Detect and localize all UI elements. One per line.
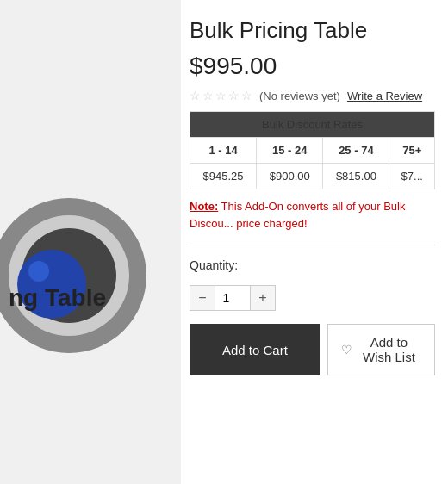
- price-1: $945.25: [190, 164, 257, 189]
- page-wrapper: ng Table Bulk Pricing Table $995.00 ☆ ☆ …: [0, 0, 448, 484]
- divider: [190, 245, 435, 245]
- star-4: ☆: [228, 89, 240, 102]
- action-buttons: Add to Cart ♡ Add to Wish List: [190, 324, 435, 375]
- note-body: This Add-On converts all of your Bulk Di…: [190, 200, 405, 230]
- range-2: 15 - 24: [257, 138, 323, 164]
- star-2: ☆: [202, 89, 214, 102]
- price-3: $815.00: [323, 164, 389, 189]
- reviews-count-text: (No reviews yet): [259, 90, 340, 102]
- product-price: $995.00: [190, 53, 435, 80]
- bulk-table-header: Bulk Discount Rates: [190, 112, 435, 138]
- price-4: $7...: [389, 164, 435, 189]
- table-row-prices: $945.25 $900.00 $815.00 $7...: [190, 164, 435, 189]
- product-info: Bulk Pricing Table $995.00 ☆ ☆ ☆ ☆ ☆ (No…: [181, 0, 448, 484]
- note-label: Note:: [190, 200, 218, 213]
- quantity-label: Quantity:: [190, 258, 435, 272]
- note-text: Note: This Add-On converts all of your B…: [190, 198, 435, 232]
- quantity-decrease-button[interactable]: −: [190, 285, 215, 311]
- star-5: ☆: [241, 89, 252, 102]
- star-1: ☆: [190, 89, 201, 102]
- range-4: 75+: [389, 138, 435, 164]
- reviews-row: ☆ ☆ ☆ ☆ ☆ (No reviews yet) Write a Revie…: [190, 89, 435, 102]
- add-to-wish-list-button[interactable]: ♡ Add to Wish List: [327, 324, 435, 375]
- table-row-ranges: 1 - 14 15 - 24 25 - 74 75+: [190, 138, 435, 164]
- product-image-area: ng Table: [0, 0, 181, 484]
- quantity-control: − +: [190, 285, 435, 311]
- wish-list-icon: ♡: [341, 343, 352, 357]
- wish-list-label: Add to Wish List: [357, 335, 421, 364]
- product-image-svg: [0, 0, 181, 484]
- bulk-pricing-table: Bulk Discount Rates 1 - 14 15 - 24 25 - …: [190, 111, 435, 189]
- write-review-link[interactable]: Write a Review: [347, 90, 422, 102]
- range-3: 25 - 74: [323, 138, 389, 164]
- star-3: ☆: [215, 89, 227, 102]
- quantity-increase-button[interactable]: +: [250, 285, 276, 311]
- range-1: 1 - 14: [190, 138, 257, 164]
- product-title: Bulk Pricing Table: [190, 17, 435, 44]
- svg-point-5: [28, 261, 49, 282]
- price-2: $900.00: [257, 164, 323, 189]
- image-product-label: ng Table: [9, 284, 106, 312]
- quantity-input[interactable]: [215, 285, 250, 311]
- add-to-cart-button[interactable]: Add to Cart: [190, 324, 320, 375]
- star-rating: ☆ ☆ ☆ ☆ ☆: [190, 89, 252, 102]
